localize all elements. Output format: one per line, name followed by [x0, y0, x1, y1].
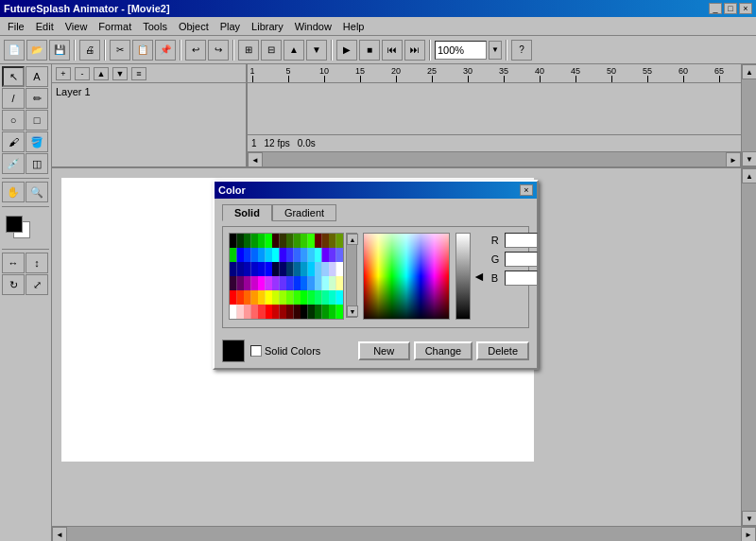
undo-button[interactable]: ↩: [185, 40, 206, 61]
play-button[interactable]: ▶: [336, 40, 357, 61]
paint-tool[interactable]: 🖌: [2, 131, 25, 152]
layer-panel: + - ▲ ▼ ≡ Layer 1: [52, 64, 248, 166]
save-button[interactable]: 💾: [49, 40, 70, 61]
rewind-button[interactable]: ⏮: [382, 40, 403, 61]
zoom-input[interactable]: [435, 41, 487, 60]
layer-up-btn[interactable]: ▲: [94, 67, 109, 80]
scroll-right-btn[interactable]: ►: [726, 152, 741, 167]
canvas-scroll-down[interactable]: ▼: [742, 511, 756, 526]
menu-file[interactable]: File: [2, 19, 30, 34]
pencil-tool[interactable]: ✏: [26, 88, 48, 109]
menu-library[interactable]: Library: [246, 19, 289, 34]
solid-colors-checkbox[interactable]: [250, 345, 262, 357]
menu-tools[interactable]: Tools: [137, 19, 173, 34]
delete-button[interactable]: Delete: [476, 341, 529, 360]
alpha-canvas[interactable]: [455, 233, 471, 320]
cut-button[interactable]: ✂: [110, 40, 130, 61]
g-input[interactable]: [505, 252, 538, 267]
color-section: [2, 210, 49, 246]
menu-object[interactable]: Object: [173, 19, 215, 34]
timeline-scroll-track[interactable]: [742, 79, 756, 151]
menu-help[interactable]: Help: [337, 19, 370, 34]
add-layer-btn[interactable]: +: [56, 67, 71, 80]
move-up-button[interactable]: ▲: [284, 40, 304, 61]
title-bar: FutureSplash Animator - [Movie2] _ □ ×: [0, 0, 756, 17]
line-tool[interactable]: /: [2, 88, 25, 109]
del-layer-btn[interactable]: -: [75, 67, 90, 80]
menu-play[interactable]: Play: [215, 19, 246, 34]
tool-row-options2: ↻ ⤢: [2, 274, 49, 295]
toolbox-divider-3: [2, 249, 49, 250]
eraser-tool[interactable]: ◫: [26, 153, 48, 174]
layer-header: + - ▲ ▼ ≡: [52, 64, 246, 83]
open-button[interactable]: 📂: [26, 40, 47, 61]
tool-row-2: / ✏: [2, 88, 49, 109]
timeline-scroll-up[interactable]: ▲: [742, 64, 756, 79]
new-button[interactable]: New: [358, 341, 410, 360]
dropper-tool[interactable]: 💉: [2, 153, 25, 174]
dialog-close-button[interactable]: ×: [520, 184, 533, 196]
palette-scroll-down[interactable]: ▼: [347, 305, 358, 317]
redo-button[interactable]: ↪: [208, 40, 229, 61]
scroll-left-btn[interactable]: ◄: [248, 152, 263, 167]
tool-row-options: ↔ ↕: [2, 253, 49, 273]
gradient-picker-container: [363, 233, 450, 322]
menu-edit[interactable]: Edit: [30, 19, 60, 34]
layer-options-btn[interactable]: ≡: [131, 67, 146, 80]
option-2[interactable]: ↕: [26, 253, 48, 273]
scale-btn[interactable]: ⤢: [26, 274, 48, 295]
h-scroll-track[interactable]: [263, 152, 726, 166]
fill-swatch[interactable]: [6, 216, 23, 233]
minimize-button[interactable]: _: [709, 3, 722, 14]
separator-5: [331, 40, 333, 61]
b-input[interactable]: [505, 270, 538, 286]
timeline-v-scrollbar: ▲ ▼: [741, 64, 756, 166]
palette-canvas[interactable]: [229, 233, 344, 320]
tool-row-5: 💉 ◫: [2, 153, 49, 174]
palette-scrollbar: ▲ ▼: [346, 233, 357, 318]
zoom-dropdown[interactable]: ▼: [489, 41, 502, 60]
menu-format[interactable]: Format: [93, 19, 137, 34]
canvas-scroll-track[interactable]: [742, 183, 756, 511]
copy-button[interactable]: 📋: [132, 40, 153, 61]
layer-down-btn[interactable]: ▼: [112, 67, 128, 80]
palette-scroll-up[interactable]: ▲: [347, 234, 358, 245]
tab-gradient[interactable]: Gradient: [272, 204, 336, 221]
move-down-button[interactable]: ▼: [306, 40, 327, 61]
palette-scroll-track[interactable]: [347, 245, 356, 305]
option-1[interactable]: ↔: [2, 253, 25, 273]
r-input[interactable]: [505, 233, 538, 248]
gradient-canvas[interactable]: [363, 233, 450, 320]
help-button[interactable]: ?: [511, 40, 532, 61]
hand-tool[interactable]: ✋: [2, 182, 25, 202]
print-button[interactable]: 🖨: [79, 40, 100, 61]
forward-button[interactable]: ⏭: [404, 40, 425, 61]
select-tool[interactable]: ↖: [2, 66, 25, 87]
paste-button[interactable]: 📌: [155, 40, 176, 61]
close-button[interactable]: ×: [739, 3, 752, 14]
rotate-btn[interactable]: ↻: [2, 274, 25, 295]
canvas-scroll-left[interactable]: ◄: [52, 527, 67, 541]
canvas-scroll-right[interactable]: ►: [741, 527, 756, 541]
current-frame: 1: [251, 138, 257, 148]
oval-tool[interactable]: ○: [2, 110, 25, 131]
group-button[interactable]: ⊞: [238, 40, 259, 61]
rect-tool[interactable]: □: [26, 110, 48, 131]
zoom-tool[interactable]: 🔍: [26, 182, 48, 202]
canvas-scroll-up[interactable]: ▲: [742, 168, 756, 183]
fill-tool[interactable]: 🪣: [26, 131, 48, 152]
change-button[interactable]: Change: [414, 341, 473, 360]
menu-view[interactable]: View: [60, 19, 94, 34]
tab-solid[interactable]: Solid: [222, 204, 272, 221]
ungroup-button[interactable]: ⊟: [261, 40, 282, 61]
layer-row-1: Layer 1: [52, 83, 246, 100]
text-tool[interactable]: A: [26, 66, 48, 87]
canvas-h-track[interactable]: [67, 527, 741, 541]
maximize-button[interactable]: □: [724, 3, 737, 14]
new-button[interactable]: 📄: [4, 40, 25, 61]
timeline-scroll-down[interactable]: ▼: [742, 151, 756, 166]
title-controls: _ □ ×: [709, 3, 752, 14]
stop-button[interactable]: ■: [359, 40, 380, 61]
menu-window[interactable]: Window: [289, 19, 337, 34]
g-label: G: [491, 253, 501, 265]
